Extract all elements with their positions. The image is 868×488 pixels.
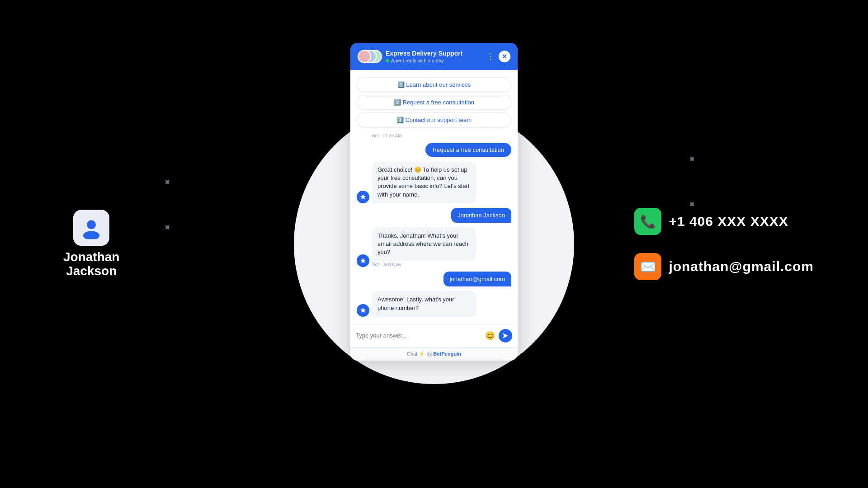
email-icon-box: ✉️ [634,253,661,280]
header-avatars [358,48,381,65]
chat-body: 1️⃣ Learn about our services 2️⃣ Request… [350,70,518,324]
menu-option-1[interactable]: 1️⃣ Learn about our services [357,77,511,92]
email-info-row: ✉️ jonathan@gmail.com [634,253,814,280]
selected-option-bubble: Request a free consultation [425,143,511,157]
header-title: Express Delivery Support [386,50,482,57]
bot-message-row-1: Great choice! 😊 To help us set up your f… [357,161,511,203]
header-subtitle-text: Agent reply within a day [391,58,444,63]
right-info-panel: 📞 +1 406 XXX XXXX ✉️ jonathan@gmail.com [634,208,814,280]
footer-lightning: ⚡ [419,351,425,357]
close-button[interactable]: ✕ [499,51,510,62]
arrow-decoration-right-top: ✦ [685,152,699,166]
send-button[interactable] [499,329,512,343]
bot-avatar-3 [357,304,369,317]
phone-icon: 📞 [640,214,656,229]
user-message-row-1: Jonathan Jackson [357,208,511,223]
left-contact-card: Jonathan Jackson [63,210,119,278]
menu-option-3[interactable]: 3️⃣ Contact our support team [357,113,511,127]
header-subtitle: Agent reply within a day [386,58,482,63]
emoji-button[interactable]: 😊 [485,331,495,341]
selected-option-row: Request a free consultation [357,143,511,157]
bot-timestamp-2: Bot · Just Now [372,262,476,267]
online-indicator [386,59,389,62]
user-bubble-name: Jonathan Jackson [451,208,511,223]
menu-option-2[interactable]: 2️⃣ Request a free consultation [357,95,511,110]
bot-message-1-text: Great choice! 😊 To help us set up your f… [377,166,471,199]
chat-footer: Chat ⚡ by BotPenguin [350,347,518,361]
bot-message-1: Great choice! 😊 To help us set up your f… [372,161,476,203]
more-options-button[interactable]: ⋮ [486,52,495,61]
footer-brand: BotPenguin [433,351,461,357]
arrow-decoration-left-top: ✦ [160,175,174,189]
phone-info-row: 📞 +1 406 XXX XXXX [634,208,814,235]
menu-options: 1️⃣ Learn about our services 2️⃣ Request… [357,77,511,127]
bot-message-row-2: Thanks, Jonathan! What's your email addr… [357,227,511,267]
phone-number: +1 406 XXX XXXX [669,214,788,229]
email-address: jonathan@gmail.com [669,259,814,274]
send-icon [502,333,509,339]
bot-avatar-2 [357,254,369,267]
email-icon: ✉️ [640,259,656,274]
bot-message-2-text: Thanks, Jonathan! What's your email addr… [377,232,471,257]
header-actions: ⋮ ✕ [486,51,510,62]
svg-point-0 [87,220,96,229]
chat-header: Express Delivery Support Agent reply wit… [350,43,518,70]
header-info: Express Delivery Support Agent reply wit… [386,50,482,64]
contact-name: Jonathan Jackson [63,250,119,278]
bot-timestamp-row-1: Bot · 11:35 AM [357,132,511,138]
bot-message-row-3: Awesome! Lastly, what's your phone numbe… [357,291,511,316]
bot-avatar-1 [357,191,369,203]
footer-text: Chat [407,351,417,357]
footer-by: by [426,351,432,357]
user-bubble-email: jonathan@gmail.com [443,272,511,286]
phone-icon-box: 📞 [634,208,661,235]
chat-widget: Express Delivery Support Agent reply wit… [350,43,518,361]
contact-avatar-box [73,210,109,246]
chat-input[interactable] [356,332,481,339]
bot-message-2: Thanks, Jonathan! What's your email addr… [372,227,476,267]
svg-point-1 [83,231,99,239]
bot-timestamp-1: Bot · 11:35 AM [372,133,402,138]
chat-input-bar: 😊 [350,324,518,347]
avatar-1 [358,50,371,63]
arrow-decoration-left-bot: ✦ [160,220,174,234]
bot-message-3-text: Awesome! Lastly, what's your phone numbe… [377,296,471,312]
user-message-row-2: jonathan@gmail.com [357,272,511,286]
bot-message-3: Awesome! Lastly, what's your phone numbe… [372,291,476,316]
person-icon [80,216,103,239]
